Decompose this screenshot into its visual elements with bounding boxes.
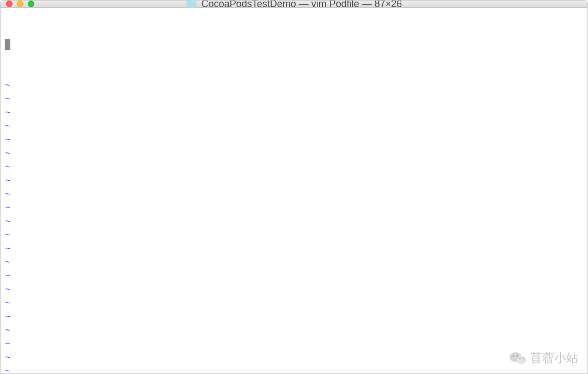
- watermark-text: 苜蓿小站: [530, 350, 578, 366]
- svg-point-3: [517, 355, 518, 357]
- svg-point-2: [513, 355, 514, 357]
- empty-line-marker: ~: [5, 93, 583, 106]
- cursor: [5, 39, 10, 50]
- empty-line-marker: ~: [5, 338, 583, 351]
- minimize-button[interactable]: [17, 1, 23, 7]
- empty-line-marker: ~: [5, 283, 583, 297]
- folder-icon: [186, 0, 197, 8]
- empty-line-marker: ~: [5, 310, 583, 324]
- empty-line-marker: ~: [5, 242, 583, 256]
- empty-line-marker: ~: [5, 215, 583, 229]
- terminal-window: CocoaPodsTestDemo — vim Podfile — 87×26 …: [0, 0, 588, 374]
- terminal-editor[interactable]: ~~~~~~~~~~~~~~~~~~~~~~~~ "Podfile" [New …: [1, 8, 587, 374]
- window-controls: [6, 1, 34, 7]
- empty-line-marker: ~: [5, 79, 583, 93]
- maximize-button[interactable]: [28, 1, 34, 7]
- empty-line-marker: ~: [5, 365, 583, 374]
- svg-point-1: [517, 356, 526, 364]
- svg-point-4: [519, 358, 520, 359]
- empty-line-marker: ~: [5, 229, 583, 242]
- empty-line-marker: ~: [5, 120, 583, 133]
- empty-line-marker: ~: [5, 147, 583, 161]
- watermark: 苜蓿小站: [510, 350, 578, 366]
- empty-line-marker: ~: [5, 106, 583, 120]
- close-button[interactable]: [6, 1, 13, 7]
- empty-lines-container: ~~~~~~~~~~~~~~~~~~~~~~~~: [5, 79, 583, 374]
- empty-line-marker: ~: [5, 174, 583, 188]
- titlebar: CocoaPodsTestDemo — vim Podfile — 87×26: [1, 1, 587, 8]
- empty-line-marker: ~: [5, 188, 583, 201]
- empty-line-marker: ~: [5, 256, 583, 269]
- empty-line-marker: ~: [5, 133, 583, 147]
- wechat-icon: [510, 351, 527, 365]
- empty-line-marker: ~: [5, 297, 583, 310]
- cursor-line: [5, 38, 583, 52]
- empty-line-marker: ~: [5, 351, 583, 365]
- svg-point-5: [523, 358, 524, 359]
- empty-line-marker: ~: [5, 324, 583, 338]
- empty-line-marker: ~: [5, 201, 583, 215]
- empty-line-marker: ~: [5, 269, 583, 283]
- empty-line-marker: ~: [5, 161, 583, 174]
